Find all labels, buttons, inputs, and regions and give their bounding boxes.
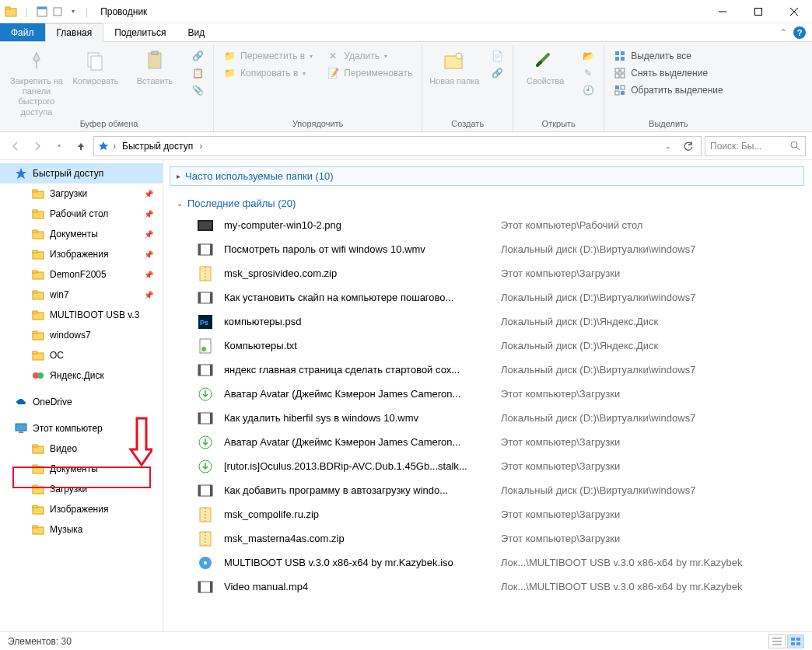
file-row[interactable]: msk_masterna4as.com.zipЭтот компьютер\За… bbox=[170, 526, 804, 550]
star-icon bbox=[14, 166, 28, 180]
search-input[interactable]: Поиск: Бы... bbox=[705, 136, 806, 156]
rename-button[interactable]: 📝Переименовать bbox=[322, 65, 417, 81]
sidebar-quick-access[interactable]: Быстрый доступ bbox=[0, 163, 163, 183]
clipboard-small-1[interactable]: 🔗 bbox=[187, 48, 208, 64]
qat-new-icon[interactable] bbox=[51, 5, 64, 18]
file-row[interactable]: Video manual.mp4Лок...\MULTIBOOT USB v.3… bbox=[170, 575, 804, 599]
sidebar-item[interactable]: MULTIBOOT USB v.3 bbox=[0, 305, 163, 325]
forward-button[interactable] bbox=[28, 137, 47, 156]
file-row[interactable]: Psкомпьютеры.psdЛокальный диск (D:)\Янде… bbox=[170, 309, 804, 334]
chevron-right-icon[interactable]: › bbox=[199, 141, 202, 152]
sidebar-item-label: OC bbox=[50, 350, 64, 361]
file-row[interactable]: Аватар Avatar (Джеймс Кэмерон James Came… bbox=[170, 430, 804, 454]
file-icon bbox=[198, 338, 213, 354]
delete-button[interactable]: ✕Удалить ▾ bbox=[322, 48, 417, 64]
paste-icon bbox=[142, 48, 167, 73]
address-dropdown-icon[interactable]: ⌄ bbox=[659, 137, 677, 156]
svg-rect-80 bbox=[198, 413, 201, 424]
properties-button[interactable]: Свойства bbox=[518, 48, 572, 86]
ribbon-collapse-icon[interactable]: ⌃ bbox=[779, 27, 787, 38]
file-row[interactable]: msk_sprosivideo.com.zipЭтот компьютер\За… bbox=[170, 261, 804, 285]
file-row[interactable]: Компьютеры.txtЛокальный диск (D:)\Яндекс… bbox=[170, 334, 804, 358]
sidebar-item[interactable]: Изображения📌 bbox=[0, 244, 163, 264]
move-to-button[interactable]: 📁Переместить в ▾ bbox=[219, 48, 317, 64]
file-icon bbox=[198, 411, 213, 426]
close-button[interactable] bbox=[776, 0, 812, 23]
copy-button[interactable]: Копировать bbox=[68, 48, 123, 86]
sidebar-item[interactable]: DemonF2005📌 bbox=[0, 264, 163, 285]
maximize-button[interactable] bbox=[740, 0, 776, 23]
history-button[interactable]: 🕘 bbox=[577, 82, 599, 98]
sidebar-item[interactable]: Видео bbox=[0, 439, 163, 459]
svg-rect-1 bbox=[5, 7, 10, 9]
qat-properties-icon[interactable] bbox=[36, 5, 48, 18]
invert-selection-button[interactable]: Обратить выделение bbox=[609, 82, 728, 98]
new-folder-button[interactable]: Новая папка bbox=[427, 48, 481, 86]
tab-file[interactable]: Файл bbox=[0, 23, 45, 41]
file-row[interactable]: [rutor.is]Oculus.2013.BDRip-AVC.Dub.1.45… bbox=[170, 454, 804, 478]
file-row[interactable]: Как удалить hiberfil sys в windows 10.wm… bbox=[170, 406, 804, 430]
copy-to-button[interactable]: 📁Копировать в ▾ bbox=[219, 65, 317, 81]
back-button[interactable] bbox=[6, 137, 25, 156]
file-path: Лок...\MULTIBOOT USB v.3.0 x86-x64 by mr… bbox=[501, 581, 742, 592]
sidebar-item[interactable]: OC bbox=[0, 345, 163, 365]
paste-button[interactable]: Вставить bbox=[128, 48, 182, 86]
tab-home[interactable]: Главная bbox=[45, 23, 104, 42]
up-button[interactable] bbox=[72, 137, 90, 156]
svg-rect-17 bbox=[615, 57, 619, 61]
minimize-button[interactable] bbox=[705, 0, 740, 23]
tab-share[interactable]: Поделиться bbox=[103, 23, 177, 41]
open-button[interactable]: 📂 bbox=[577, 48, 599, 64]
link-icon: 🔗 bbox=[191, 50, 204, 62]
view-details-button[interactable] bbox=[768, 634, 786, 648]
sidebar-item[interactable]: win7📌 bbox=[0, 285, 163, 305]
file-row[interactable]: MULTIBOOT USB v.3.0 x86-x64 by mr.Kazybe… bbox=[170, 550, 804, 575]
sidebar-item[interactable]: Документы📌 bbox=[0, 224, 163, 244]
sidebar-onedrive[interactable]: OneDrive bbox=[0, 392, 163, 412]
view-icons-button[interactable] bbox=[787, 634, 804, 648]
help-icon[interactable]: ? bbox=[793, 26, 806, 39]
file-path: Этот компьютер\Загрузки bbox=[501, 388, 620, 400]
sidebar-item[interactable]: Документы bbox=[0, 459, 163, 479]
svg-rect-60 bbox=[33, 526, 37, 528]
file-row[interactable]: Аватар Avatar (Джеймс Кэмерон James Came… bbox=[170, 382, 804, 406]
file-name: Как удалить hiberfil sys в windows 10.wm… bbox=[224, 412, 490, 424]
sidebar-item[interactable]: Изображения bbox=[0, 499, 163, 519]
breadcrumb[interactable]: Быстрый доступ bbox=[119, 141, 196, 152]
new-access-button[interactable]: 🔗 bbox=[486, 65, 508, 81]
svg-rect-54 bbox=[33, 465, 37, 467]
recent-button[interactable]: ▾ bbox=[50, 137, 68, 156]
sidebar-this-pc[interactable]: Этот компьютер bbox=[0, 418, 163, 439]
sidebar-item[interactable]: Яндекс.Диск bbox=[0, 365, 163, 386]
chevron-right-icon[interactable]: › bbox=[113, 141, 116, 152]
tab-view[interactable]: Вид bbox=[177, 23, 215, 41]
file-row[interactable]: my-computer-win10-2.pngЭтот компьютер\Ра… bbox=[170, 213, 804, 237]
sidebar-item[interactable]: Музыка bbox=[0, 519, 163, 540]
edit-button[interactable]: ✎ bbox=[577, 65, 599, 81]
file-row[interactable]: msk_compolife.ru.zipЭтот компьютер\Загру… bbox=[170, 502, 804, 526]
select-none-icon bbox=[614, 67, 626, 79]
sidebar-item[interactable]: Рабочий стол📌 bbox=[0, 204, 163, 224]
file-path: Лок...\MULTIBOOT USB v.3.0 x86-x64 by mr… bbox=[501, 557, 742, 568]
file-row[interactable]: Посмотреть пароль от wifi windows 10.wmv… bbox=[170, 237, 804, 261]
sidebar-item[interactable]: Загрузки📌 bbox=[0, 183, 163, 204]
select-none-button[interactable]: Снять выделение bbox=[609, 65, 728, 81]
clipboard-small-2[interactable]: 📋 bbox=[187, 65, 208, 81]
folder-icon bbox=[31, 442, 45, 456]
pin-to-quickaccess-button[interactable]: Закрепить на панели быстрого доступа bbox=[9, 48, 64, 117]
new-item-button[interactable]: 📄 bbox=[486, 48, 508, 64]
qat-dropdown-icon[interactable]: ▾ bbox=[67, 5, 79, 18]
address-bar[interactable]: › Быстрый доступ › ⌄ bbox=[93, 136, 702, 156]
svg-rect-24 bbox=[621, 86, 625, 89]
file-row[interactable]: Как добавить программу в автозагрузку wi… bbox=[170, 478, 804, 502]
group-frequent-folders[interactable]: ▸ Часто используемые папки (10) bbox=[170, 166, 804, 186]
file-row[interactable]: яндекс главная страница сделать стартово… bbox=[170, 358, 804, 382]
group-recent-files[interactable]: ⌄ Последние файлы (20) bbox=[170, 194, 804, 213]
sidebar-item-label: windows7 bbox=[50, 330, 91, 341]
refresh-button[interactable] bbox=[679, 137, 698, 156]
clipboard-small-3[interactable]: 📎 bbox=[187, 82, 208, 98]
sidebar-item[interactable]: Загрузки bbox=[0, 479, 163, 499]
sidebar-item[interactable]: windows7 bbox=[0, 325, 163, 345]
select-all-button[interactable]: Выделить все bbox=[609, 48, 728, 64]
file-row[interactable]: Как установить скайп на компьютере пошаг… bbox=[170, 285, 804, 309]
